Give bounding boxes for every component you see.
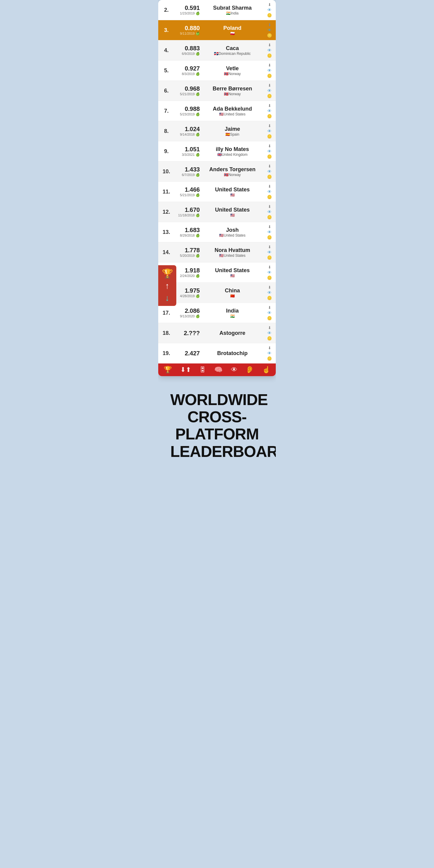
row-actions: ⬇ 👁 🪙 (265, 204, 274, 219)
row-actions: ⬇ 👁 🪙 (265, 326, 274, 341)
download-icon[interactable]: ⬇ (268, 204, 271, 209)
download-icon[interactable]: ⬇ (268, 63, 271, 67)
view-icon[interactable]: 👁 (267, 351, 272, 355)
table-row: 18. 2.??? Astogorre ⬇ 👁 🪙 (158, 323, 276, 343)
player-info: Astogorre (200, 330, 265, 336)
rank-label: 19. (160, 350, 173, 356)
table-row: 12. 1.670 11/18/2018 🍏 United States 🇺🇸 … (158, 202, 276, 222)
score-date: 0.968 5/21/2019 🍏 (173, 85, 200, 96)
download-icon[interactable]: ⬇ (268, 285, 271, 290)
score-value: 1.975 (173, 287, 200, 294)
view-icon[interactable]: 👁 (267, 7, 272, 12)
view-icon[interactable]: 👁 (267, 88, 272, 93)
view-icon[interactable]: 👁 (267, 331, 272, 336)
main-title: WORLDWIDE CROSS-PLATFORM LEADERBOARD (170, 391, 264, 460)
download-icon[interactable]: ⬇ (268, 305, 271, 310)
view-icon[interactable]: 👁 (267, 270, 272, 275)
score-date: 0.880 9/11/2019 🍏 (173, 25, 200, 36)
scroll-up-icon[interactable]: ↑ (165, 281, 169, 291)
download-icon[interactable]: ⬇ (268, 43, 271, 47)
scroll-down-icon[interactable]: ↓ (165, 293, 169, 303)
view-icon[interactable]: 👁 (267, 149, 272, 154)
date-value: 1/23/2019 🍏 (173, 11, 200, 16)
finger-nav-icon[interactable]: ☝ (262, 366, 270, 374)
date-value: 5/21/2019 🍏 (173, 92, 200, 96)
view-icon[interactable]: 👁 (267, 129, 272, 133)
trophy-nav-icon[interactable]: 🏆 (164, 366, 172, 374)
view-icon[interactable]: 👁 (267, 108, 272, 113)
download-icon[interactable]: ⬇ (268, 83, 271, 88)
table-row: 3. 0.880 9/11/2019 🍏 Poland 🇵🇱 ⬇ 👁 🪙 (158, 20, 276, 40)
player-info: Jaime 🇪🇸Spain (200, 126, 265, 136)
sort-nav-icon[interactable]: ⬇⬆ (180, 366, 191, 374)
view-icon[interactable]: 👁 (267, 290, 272, 295)
player-name: Vetle (201, 65, 264, 72)
player-info: United States 🇺🇸 (200, 187, 265, 197)
ear-nav-icon[interactable]: 👂 (246, 366, 254, 374)
grid-nav-icon[interactable]: 🎛 (199, 366, 206, 374)
table-row: 4. 0.883 6/9/2019 🍏 Caca 🇩🇴Dominican Rep… (158, 40, 276, 61)
date-value: 3/3/2021 🍏 (173, 153, 200, 157)
download-icon[interactable]: ⬇ (268, 124, 271, 128)
score-value: 1.778 (173, 247, 200, 254)
download-icon[interactable]: ⬇ (268, 23, 271, 27)
download-icon[interactable]: ⬇ (268, 184, 271, 189)
date-value: 8/3/2019 🍏 (173, 72, 200, 76)
player-country: 🇬🇧United Kingdom (201, 153, 264, 157)
score-value: 0.988 (173, 105, 200, 113)
download-icon[interactable]: ⬇ (268, 103, 271, 108)
score-value: 1.918 (173, 267, 200, 274)
coin-icon: 🪙 (267, 175, 272, 179)
download-icon[interactable]: ⬇ (268, 326, 271, 330)
view-icon[interactable]: 👁 (267, 230, 272, 235)
player-info: Subrat Sharma 🇮🇳India (200, 5, 265, 16)
download-icon[interactable]: ⬇ (268, 2, 271, 7)
view-icon[interactable]: 👁 (267, 68, 272, 73)
table-row: 17. 2.086 9/13/2020 🍏 India 🇮🇳 ⬇ 👁 🪙 (158, 303, 276, 323)
download-icon[interactable]: ⬇ (268, 245, 271, 249)
player-country: 🇨🇳 (201, 294, 264, 298)
player-country: 🇮🇳 (201, 314, 264, 318)
view-icon[interactable]: 👁 (267, 28, 272, 33)
table-row: 6. 0.968 5/21/2019 🍏 Berre Børresen 🇳🇴No… (158, 81, 276, 101)
download-icon[interactable]: ⬇ (268, 144, 271, 148)
view-icon[interactable]: 👁 (267, 189, 272, 194)
player-country: 🇪🇸Spain (201, 132, 264, 136)
score-date: 2.427 (173, 350, 200, 357)
row-actions: ⬇ 👁 🪙 (265, 346, 274, 361)
score-date: 1.670 11/18/2018 🍏 (173, 207, 200, 217)
table-row: 8. 1.024 9/14/2018 🍏 Jaime 🇪🇸Spain ⬇ 👁 🪙 (158, 121, 276, 141)
rank-label: 12. (160, 209, 173, 215)
table-row: 10. 1.433 6/7/2019 🍏 Anders Torgersen 🇳🇴… (158, 161, 276, 182)
date-value: 9/13/2020 🍏 (173, 314, 200, 318)
podium-icon: 🏆 (162, 268, 173, 279)
score-value: 2.??? (173, 330, 200, 337)
download-icon[interactable]: ⬇ (268, 224, 271, 229)
view-icon[interactable]: 👁 (267, 169, 272, 174)
score-date: 1.683 8/29/2018 🍏 (173, 227, 200, 238)
eye-nav-icon[interactable]: 👁 (231, 366, 238, 374)
player-name: India (201, 308, 264, 314)
player-info: Josh 🇺🇸United States (200, 227, 265, 238)
player-info: China 🇨🇳 (200, 287, 265, 298)
view-icon[interactable]: 👁 (267, 48, 272, 53)
scroll-controls: 🏆 ↑ ↓ (158, 265, 176, 306)
rank-label: 5. (160, 67, 173, 74)
view-icon[interactable]: 👁 (267, 210, 272, 214)
table-row: 7. 0.988 5/23/2019 🍏 Ada Bekkelund 🇺🇸Uni… (158, 101, 276, 121)
coin-icon: 🪙 (267, 255, 272, 260)
player-name: illy No Mates (201, 146, 264, 153)
score-value: 0.927 (173, 65, 200, 72)
download-icon[interactable]: ⬇ (268, 346, 271, 350)
view-icon[interactable]: 👁 (267, 250, 272, 255)
score-value: 1.670 (173, 207, 200, 213)
rank-label: 7. (160, 108, 173, 114)
download-icon[interactable]: ⬇ (268, 164, 271, 168)
rank-label: 9. (160, 148, 173, 155)
brain-nav-icon[interactable]: 🧠 (214, 366, 222, 374)
player-info: Poland 🇵🇱 (200, 25, 265, 36)
leaderboard-panel: 2. 0.591 1/23/2019 🍏 Subrat Sharma 🇮🇳Ind… (158, 0, 276, 376)
view-icon[interactable]: 👁 (267, 310, 272, 315)
player-country: 🇺🇸United States (201, 233, 264, 238)
download-icon[interactable]: ⬇ (268, 265, 271, 270)
